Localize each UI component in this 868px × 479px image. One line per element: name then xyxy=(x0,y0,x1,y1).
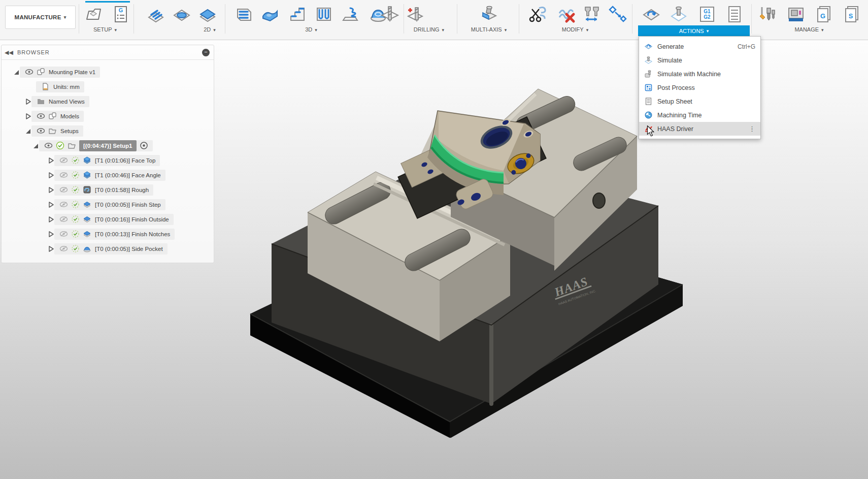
component-icon xyxy=(48,112,57,120)
2d-adaptive-icon[interactable] xyxy=(145,3,167,25)
tool-library-icon[interactable] xyxy=(756,3,778,25)
generate-icon xyxy=(644,42,653,51)
browser-panel: ◀◀ BROWSER − Mounting Plate v1 Units: mm… xyxy=(1,45,214,263)
expanded-icon[interactable] xyxy=(32,142,39,149)
menu-item-post-process[interactable]: Post Process xyxy=(639,81,760,94)
radio-target-icon[interactable] xyxy=(140,141,148,150)
menu-item-machining-time[interactable]: Machining Time xyxy=(639,108,760,122)
3d-pocket-icon[interactable] xyxy=(259,3,281,25)
eye-visible-icon[interactable] xyxy=(37,112,45,120)
template-library-icon[interactable]: S xyxy=(841,3,863,25)
eye-hidden-icon[interactable] xyxy=(59,230,68,238)
eye-visible-icon[interactable] xyxy=(37,126,45,135)
tree-row-operation[interactable]: [T0 (0:01:58)] Rough xyxy=(2,182,214,197)
expanded-icon[interactable] xyxy=(24,127,31,135)
tree-row-operation[interactable]: [T0 (0:00:16)] Finish Outside xyxy=(2,212,214,227)
tree-row-operation[interactable]: [T0 (0:00:05)] Finish Step xyxy=(2,197,214,212)
adaptive-operation-icon xyxy=(83,185,91,194)
simulate-icon[interactable] xyxy=(667,3,690,25)
eye-hidden-icon[interactable] xyxy=(59,156,68,165)
menu-item-simulate[interactable]: Simulate xyxy=(639,53,760,67)
menu-item-haas-driver[interactable]: HAAS Driver ⋮ xyxy=(639,122,760,136)
collapsed-icon[interactable] xyxy=(47,172,54,179)
eye-visible-icon[interactable] xyxy=(25,68,34,76)
tree-row-operation[interactable]: [T0 (0:00:13)] Finish Notches xyxy=(2,227,214,241)
delete-toolpath-icon[interactable] xyxy=(555,3,578,25)
item-options-icon[interactable]: ⋮ xyxy=(749,125,755,133)
tree-row-named-views[interactable]: Named Views xyxy=(2,94,214,109)
collapsed-icon[interactable] xyxy=(47,186,54,194)
group-drilling[interactable]: DRILLING xyxy=(414,26,444,33)
tree-row-root[interactable]: Mounting Plate v1 xyxy=(2,65,214,79)
svg-text:G2: G2 xyxy=(704,14,711,20)
tree-row-operation[interactable]: [T1 (0:00:46)] Face Angle xyxy=(2,168,214,182)
group-modify[interactable]: MODIFY xyxy=(562,26,588,33)
eye-hidden-icon[interactable] xyxy=(59,244,68,253)
browser-tree: Mounting Plate v1 Units: mm Named Views … xyxy=(2,60,214,256)
collapse-panel-icon[interactable]: ◀◀ xyxy=(5,49,13,56)
units-label: Units: mm xyxy=(53,84,80,90)
2d-pocket-icon[interactable] xyxy=(171,3,193,25)
post-library-icon[interactable]: G xyxy=(813,3,835,25)
3d-adaptive-icon[interactable] xyxy=(232,3,255,25)
setup1-selected-label: [(0:04:47)] Setup1 xyxy=(79,140,137,151)
eye-hidden-icon[interactable] xyxy=(59,200,68,209)
group-setup[interactable]: SETUP xyxy=(93,26,117,33)
toolbar-divider xyxy=(519,4,519,34)
tree-row-setups[interactable]: Setups xyxy=(2,123,214,138)
new-nc-program-icon[interactable]: G xyxy=(110,3,132,25)
menu-item-setup-sheet[interactable]: Setup Sheet xyxy=(639,94,760,108)
machining-time-icon xyxy=(644,111,653,119)
toolbar-divider xyxy=(457,4,457,34)
simulate-machine-icon xyxy=(644,70,653,78)
expanded-icon[interactable] xyxy=(13,69,20,76)
new-setup-icon[interactable] xyxy=(82,3,105,25)
menu-item-simulate-with-machine[interactable]: Simulate with Machine xyxy=(639,67,760,81)
setup-sheet-icon[interactable] xyxy=(723,3,746,25)
3d-spiral-icon[interactable] xyxy=(339,3,361,25)
group-3d[interactable]: 3D xyxy=(305,26,317,33)
collapsed-icon[interactable] xyxy=(47,157,54,164)
drill-icon[interactable] xyxy=(379,3,401,25)
contour-operation-icon xyxy=(83,200,91,209)
generated-check-icon xyxy=(71,185,80,194)
contour-operation-icon xyxy=(83,215,91,223)
generated-check-icon xyxy=(71,215,80,223)
group-manage[interactable]: MANAGE xyxy=(794,26,823,33)
tree-row-operation[interactable]: [T1 (0:01:06)] Face Top xyxy=(2,153,214,168)
root-label: Mounting Plate v1 xyxy=(49,69,95,75)
generate-toolpath-icon[interactable] xyxy=(640,3,662,25)
eye-hidden-icon[interactable] xyxy=(59,215,68,223)
3d-flow-icon[interactable] xyxy=(313,3,335,25)
simulate-icon xyxy=(644,56,653,65)
group-actions[interactable]: ACTIONS xyxy=(638,25,750,36)
workspace-switcher[interactable]: MANUFACTURE xyxy=(5,6,76,29)
eye-visible-icon[interactable] xyxy=(44,141,53,150)
menu-item-generate[interactable]: Generate Ctrl+G xyxy=(639,40,760,53)
display-settings-icon[interactable]: − xyxy=(202,49,210,56)
tree-row-models[interactable]: Models xyxy=(2,109,214,123)
generated-check-icon xyxy=(71,156,80,165)
3d-steep-shallow-icon[interactable] xyxy=(286,3,308,25)
multi-axis-swarf-icon[interactable] xyxy=(478,3,500,25)
group-multi-axis[interactable]: MULTI-AXIS xyxy=(471,26,507,33)
collapsed-icon[interactable] xyxy=(24,98,31,105)
tool-change-icon[interactable] xyxy=(580,3,603,25)
collapsed-icon[interactable] xyxy=(47,245,54,252)
tree-row-operation[interactable]: [T0 (0:00:05)] Side Pocket xyxy=(2,241,214,256)
machine-library-icon[interactable] xyxy=(785,3,807,25)
collapsed-icon[interactable] xyxy=(24,113,31,120)
collapsed-icon[interactable] xyxy=(47,231,54,238)
2d-face-icon[interactable] xyxy=(196,3,219,25)
collapsed-icon[interactable] xyxy=(47,216,54,223)
group-2d[interactable]: 2D xyxy=(204,26,216,33)
drill-new-hole-icon[interactable] xyxy=(404,3,426,25)
collapsed-icon[interactable] xyxy=(47,201,54,208)
linking-icon[interactable] xyxy=(607,3,629,25)
tree-row-units[interactable]: Units: mm xyxy=(2,79,214,94)
trim-toolpath-icon[interactable] xyxy=(527,3,549,25)
eye-hidden-icon[interactable] xyxy=(59,185,68,194)
tree-row-setup1[interactable]: [(0:04:47)] Setup1 xyxy=(2,138,214,153)
post-process-icon[interactable]: G1G2 xyxy=(696,3,718,25)
eye-hidden-icon[interactable] xyxy=(59,171,68,179)
